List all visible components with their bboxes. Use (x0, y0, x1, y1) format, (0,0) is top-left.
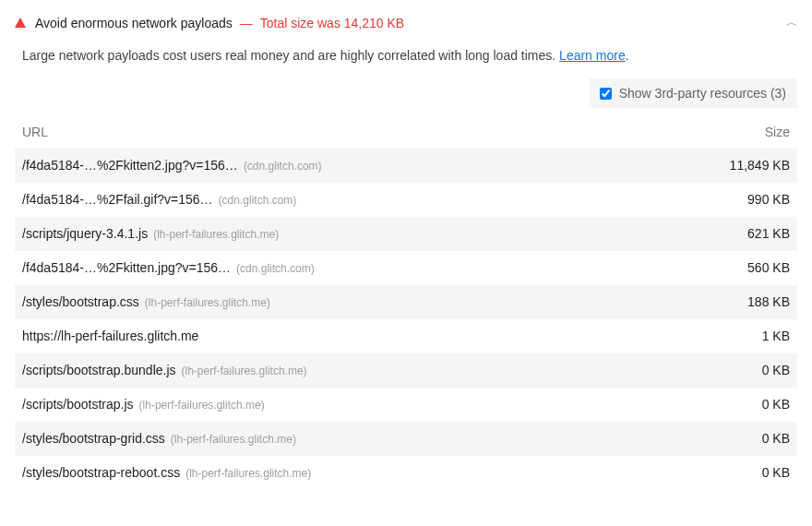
table-row: /f4da5184-…%2Fkitten.jpg?v=156…(cdn.glit… (15, 251, 797, 285)
url-origin: (lh-perf-failures.glitch.me) (145, 296, 270, 309)
description-period: . (626, 48, 629, 63)
url-path[interactable]: /styles/bootstrap-grid.css (22, 431, 165, 446)
description-text: Large network payloads cost users real m… (22, 48, 559, 63)
url-origin: (cdn.glitch.com) (219, 194, 297, 207)
url-cell: /f4da5184-…%2Ffail.gif?v=156…(cdn.glitch… (22, 192, 688, 207)
table-row: /styles/bootstrap.css(lh-perf-failures.g… (15, 285, 797, 319)
url-cell: https://lh-perf-failures.glitch.me (22, 329, 688, 343)
audit-header[interactable]: Avoid enormous network payloads — Total … (15, 11, 797, 40)
table-header: URL Size (15, 117, 797, 149)
table-body: /f4da5184-…%2Fkitten2.jpg?v=156…(cdn.gli… (15, 149, 797, 490)
url-path[interactable]: /f4da5184-…%2Fkitten2.jpg?v=156… (22, 158, 238, 173)
table-row: /f4da5184-…%2Ffail.gif?v=156…(cdn.glitch… (15, 183, 797, 217)
url-path[interactable]: https://lh-perf-failures.glitch.me (22, 329, 198, 343)
audit-detail: Total size was 14,210 KB (260, 16, 404, 30)
url-cell: /styles/bootstrap-grid.css(lh-perf-failu… (22, 431, 688, 446)
fail-triangle-icon (15, 18, 26, 28)
table-row: https://lh-perf-failures.glitch.me1 KB (15, 319, 797, 353)
url-path[interactable]: /styles/bootstrap.css (22, 294, 139, 309)
audit-separator: — (240, 16, 253, 30)
url-cell: /scripts/jquery-3.4.1.js(lh-perf-failure… (22, 226, 688, 241)
url-path[interactable]: /scripts/bootstrap.bundle.js (22, 363, 176, 377)
url-path[interactable]: /styles/bootstrap-reboot.css (22, 465, 180, 480)
table-row: /f4da5184-…%2Fkitten2.jpg?v=156…(cdn.gli… (15, 149, 797, 183)
url-path[interactable]: /f4da5184-…%2Ffail.gif?v=156… (22, 192, 213, 207)
url-origin: (lh-perf-failures.glitch.me) (182, 365, 307, 377)
size-cell: 0 KB (688, 465, 790, 480)
size-cell: 188 KB (688, 294, 790, 309)
col-size: Size (688, 125, 790, 139)
url-origin: (lh-perf-failures.glitch.me) (171, 433, 296, 446)
table-row: /scripts/bootstrap.bundle.js(lh-perf-fai… (15, 353, 797, 388)
url-path[interactable]: /scripts/jquery-3.4.1.js (22, 226, 148, 241)
size-cell: 621 KB (688, 226, 790, 241)
thirdparty-row: Show 3rd-party resources (3) (15, 78, 797, 117)
url-cell: /scripts/bootstrap.js(lh-perf-failures.g… (22, 397, 688, 412)
size-cell: 990 KB (688, 192, 790, 207)
chevron-up-icon[interactable]: ︿ (786, 15, 797, 30)
url-origin: (lh-perf-failures.glitch.me) (153, 228, 279, 241)
thirdparty-label: Show 3rd-party resources (3) (619, 86, 786, 101)
table-row: /styles/bootstrap-grid.css(lh-perf-failu… (15, 422, 797, 456)
audit-description: Large network payloads cost users real m… (15, 40, 797, 78)
size-cell: 560 KB (688, 260, 790, 275)
url-path[interactable]: /scripts/bootstrap.js (22, 397, 134, 412)
size-cell: 0 KB (688, 431, 790, 446)
url-cell: /styles/bootstrap-reboot.css(lh-perf-fai… (22, 465, 688, 480)
url-origin: (cdn.glitch.com) (236, 262, 315, 275)
table-row: /scripts/jquery-3.4.1.js(lh-perf-failure… (15, 217, 797, 251)
size-cell: 11,849 KB (688, 158, 790, 173)
thirdparty-checkbox[interactable] (600, 88, 612, 100)
url-origin: (lh-perf-failures.glitch.me) (139, 399, 265, 412)
url-origin: (lh-perf-failures.glitch.me) (185, 467, 311, 480)
size-cell: 0 KB (688, 397, 790, 412)
table-row: /scripts/bootstrap.js(lh-perf-failures.g… (15, 388, 797, 422)
size-cell: 0 KB (688, 363, 790, 377)
url-cell: /f4da5184-…%2Fkitten2.jpg?v=156…(cdn.gli… (22, 158, 688, 173)
table-row: /styles/bootstrap-reboot.css(lh-perf-fai… (15, 456, 797, 490)
size-cell: 1 KB (688, 329, 790, 343)
learn-more-link[interactable]: Learn more (559, 48, 626, 63)
url-cell: /styles/bootstrap.css(lh-perf-failures.g… (22, 294, 688, 309)
audit-title: Avoid enormous network payloads (35, 16, 233, 30)
thirdparty-toggle[interactable]: Show 3rd-party resources (3) (589, 78, 797, 108)
url-path[interactable]: /f4da5184-…%2Fkitten.jpg?v=156… (22, 260, 231, 275)
url-cell: /scripts/bootstrap.bundle.js(lh-perf-fai… (22, 363, 688, 377)
col-url: URL (22, 125, 688, 139)
url-cell: /f4da5184-…%2Fkitten.jpg?v=156…(cdn.glit… (22, 260, 688, 275)
url-origin: (cdn.glitch.com) (244, 160, 322, 173)
